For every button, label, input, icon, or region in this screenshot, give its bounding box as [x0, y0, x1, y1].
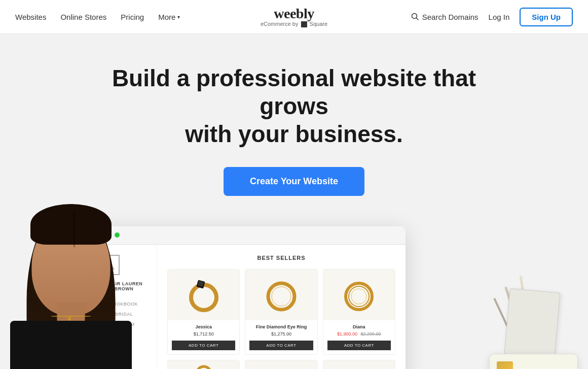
navbar: Websites Online Stores Pricing More ▾ we…	[0, 0, 588, 34]
weebly-logo[interactable]: weebly	[261, 6, 327, 22]
nav-left: Websites Online Stores Pricing More ▾	[15, 13, 180, 21]
product-grid: Jessica $1,712.50 ADD TO CART	[167, 269, 395, 355]
hero-headline: Build a professional website that grows …	[91, 64, 497, 149]
svg-point-6	[272, 287, 291, 306]
add-to-cart-btn-2[interactable]: ADD TO CART	[249, 341, 313, 350]
product-image-1	[168, 270, 239, 320]
ring-svg-1	[186, 275, 222, 315]
tagline: eCommerce by Square	[261, 21, 327, 27]
svg-point-8	[349, 286, 369, 307]
search-domains-button[interactable]: Search Domains	[411, 13, 479, 21]
browser-row: BLAIR LAUREN BROWN LOOKBOOK BRIDAL CUSTO…	[0, 226, 588, 369]
product-price-3: $1,900.00 $2,299.00	[327, 331, 391, 337]
product-card-3: Diana $1,900.00 $2,299.00 ADD TO CART	[323, 269, 395, 355]
notebook	[504, 288, 561, 358]
product-info-2: Fine Diamond Eye Ring $1,275.00 ADD TO C…	[245, 320, 317, 354]
square-icon	[301, 21, 307, 27]
product-card-4	[167, 360, 240, 369]
product-image-3	[323, 270, 395, 320]
product-name-1: Jessica	[172, 324, 235, 329]
ring-svg-2	[264, 277, 299, 313]
svg-point-9	[351, 289, 366, 304]
hero-section: Build a professional website that grows …	[0, 34, 588, 369]
store-main-content: BEST SELLERS	[157, 245, 406, 369]
product-info-3: Diana $1,900.00 $2,299.00 ADD TO CART	[323, 320, 395, 354]
svg-line-1	[416, 18, 418, 20]
credit-card: 4411 1234 5678	[489, 354, 578, 369]
product-card-2: Fine Diamond Eye Ring $1,275.00 ADD TO C…	[245, 269, 317, 355]
add-to-cart-btn-1[interactable]: ADD TO CART	[172, 341, 235, 350]
product-card-6	[323, 360, 395, 369]
search-icon	[411, 13, 419, 21]
chevron-down-icon: ▾	[177, 14, 180, 20]
ring-svg-4	[194, 362, 214, 369]
product-price-1: $1,712.50	[172, 331, 235, 337]
login-button[interactable]: Log In	[489, 13, 510, 21]
product-grid-row2	[167, 360, 395, 369]
svg-point-10	[197, 366, 211, 369]
right-illustration: 4411 1234 5678	[476, 214, 588, 369]
create-website-button[interactable]: Create Your Website	[224, 167, 364, 196]
product-name-2: Fine Diamond Eye Ring	[249, 324, 313, 329]
nav-logo-area: weebly eCommerce by Square	[261, 6, 327, 27]
product-card-5	[245, 360, 317, 369]
product-info-1: Jessica $1,712.50 ADD TO CART	[168, 320, 239, 354]
svg-point-2	[191, 285, 216, 310]
svg-point-5	[268, 283, 295, 310]
ring-svg-3	[341, 277, 377, 313]
add-to-cart-btn-3[interactable]: ADD TO CART	[327, 341, 391, 350]
product-card-1: Jessica $1,712.50 ADD TO CART	[167, 269, 240, 355]
product-name-3: Diana	[327, 324, 391, 329]
card-chip	[497, 361, 513, 369]
person-illustration	[0, 204, 142, 369]
nav-right: Search Domains Log In Sign Up	[411, 8, 573, 26]
svg-point-7	[346, 283, 372, 310]
nav-item-more[interactable]: More ▾	[158, 13, 180, 21]
product-image-2	[245, 270, 317, 320]
nav-item-online-stores[interactable]: Online Stores	[60, 13, 106, 21]
nav-item-pricing[interactable]: Pricing	[121, 13, 144, 21]
best-sellers-title: BEST SELLERS	[167, 255, 395, 261]
signup-button[interactable]: Sign Up	[520, 8, 573, 26]
product-price-2: $1,275.00	[249, 331, 313, 337]
nav-item-websites[interactable]: Websites	[15, 13, 46, 21]
